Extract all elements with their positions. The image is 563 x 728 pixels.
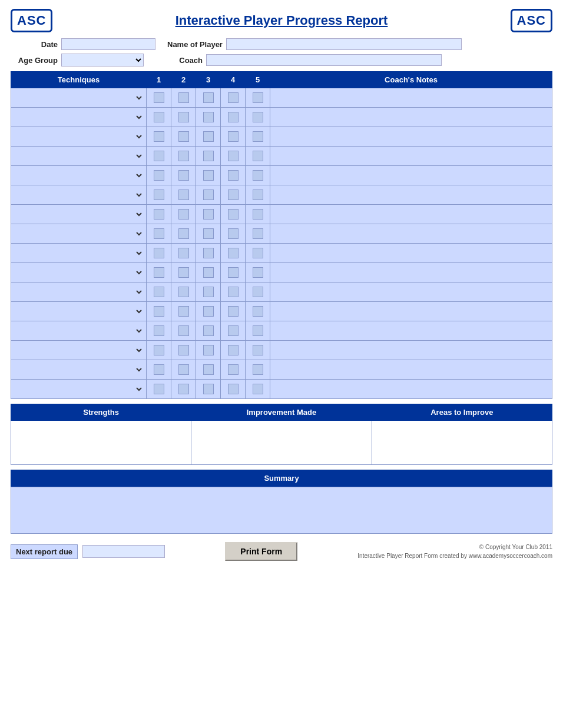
- score-checkbox-2-2[interactable]: [178, 131, 189, 142]
- notes-input-4[interactable]: [271, 167, 551, 184]
- notes-input-7[interactable]: [271, 225, 551, 242]
- technique-select-4[interactable]: [14, 167, 144, 184]
- technique-select-12[interactable]: [14, 323, 144, 339]
- score-checkbox-15-4[interactable]: [228, 384, 239, 394]
- score-checkbox-2-3[interactable]: [203, 131, 214, 142]
- score-checkbox-3-1[interactable]: [154, 151, 164, 161]
- score-checkbox-1-2[interactable]: [178, 112, 189, 122]
- notes-input-2[interactable]: [271, 128, 551, 145]
- score-checkbox-7-1[interactable]: [154, 228, 164, 239]
- coach-input[interactable]: [206, 54, 442, 66]
- score-checkbox-8-2[interactable]: [178, 248, 189, 258]
- notes-input-10[interactable]: [271, 284, 551, 300]
- next-report-input[interactable]: [82, 545, 165, 558]
- date-input[interactable]: [61, 38, 155, 50]
- score-checkbox-12-5[interactable]: [253, 325, 263, 336]
- technique-select-7[interactable]: [14, 225, 144, 242]
- notes-input-15[interactable]: [271, 381, 551, 397]
- score-checkbox-12-1[interactable]: [154, 325, 164, 336]
- score-checkbox-12-2[interactable]: [178, 325, 189, 336]
- score-checkbox-10-5[interactable]: [253, 287, 263, 297]
- notes-input-13[interactable]: [271, 342, 551, 358]
- notes-input-6[interactable]: [271, 206, 551, 222]
- score-checkbox-3-4[interactable]: [228, 151, 239, 161]
- score-checkbox-11-2[interactable]: [178, 306, 189, 317]
- technique-select-10[interactable]: [14, 284, 144, 300]
- score-checkbox-14-5[interactable]: [253, 364, 263, 375]
- technique-select-3[interactable]: [14, 148, 144, 164]
- score-checkbox-15-3[interactable]: [203, 384, 214, 394]
- notes-input-11[interactable]: [271, 303, 551, 320]
- score-checkbox-5-5[interactable]: [253, 190, 263, 200]
- strengths-textarea[interactable]: [14, 423, 188, 460]
- score-checkbox-10-2[interactable]: [178, 287, 189, 297]
- score-checkbox-11-5[interactable]: [253, 306, 263, 317]
- score-checkbox-3-2[interactable]: [178, 151, 189, 161]
- score-checkbox-0-1[interactable]: [154, 92, 164, 103]
- score-checkbox-6-5[interactable]: [253, 209, 263, 220]
- notes-input-1[interactable]: [271, 109, 551, 125]
- technique-select-0[interactable]: [14, 89, 144, 106]
- score-checkbox-0-2[interactable]: [178, 92, 189, 103]
- score-checkbox-5-4[interactable]: [228, 190, 239, 200]
- score-checkbox-14-2[interactable]: [178, 364, 189, 375]
- score-checkbox-5-3[interactable]: [203, 190, 214, 200]
- score-checkbox-4-4[interactable]: [228, 170, 239, 181]
- score-checkbox-15-5[interactable]: [253, 384, 263, 394]
- score-checkbox-10-3[interactable]: [203, 287, 214, 297]
- technique-select-1[interactable]: [14, 109, 144, 125]
- areas-textarea[interactable]: [375, 423, 549, 460]
- score-checkbox-5-1[interactable]: [154, 190, 164, 200]
- player-name-input[interactable]: [226, 38, 462, 50]
- score-checkbox-6-1[interactable]: [154, 209, 164, 220]
- score-checkbox-0-3[interactable]: [203, 92, 214, 103]
- score-checkbox-15-1[interactable]: [154, 384, 164, 394]
- technique-select-9[interactable]: [14, 264, 144, 281]
- technique-select-14[interactable]: [14, 361, 144, 378]
- score-checkbox-0-4[interactable]: [228, 92, 239, 103]
- technique-select-15[interactable]: [14, 381, 144, 397]
- score-checkbox-1-5[interactable]: [253, 112, 263, 122]
- age-group-select[interactable]: U6 U7 U8 U9 U10 U11 U12 U13 U14 U15 U16 …: [61, 54, 144, 67]
- score-checkbox-6-4[interactable]: [228, 209, 239, 220]
- notes-input-12[interactable]: [271, 323, 551, 339]
- score-checkbox-8-4[interactable]: [228, 248, 239, 258]
- score-checkbox-7-4[interactable]: [228, 228, 239, 239]
- score-checkbox-7-5[interactable]: [253, 228, 263, 239]
- score-checkbox-13-4[interactable]: [228, 345, 239, 355]
- score-checkbox-15-2[interactable]: [178, 384, 189, 394]
- score-checkbox-14-1[interactable]: [154, 364, 164, 375]
- notes-input-9[interactable]: [271, 264, 551, 281]
- score-checkbox-4-3[interactable]: [203, 170, 214, 181]
- score-checkbox-6-3[interactable]: [203, 209, 214, 220]
- score-checkbox-11-4[interactable]: [228, 306, 239, 317]
- score-checkbox-10-1[interactable]: [154, 287, 164, 297]
- score-checkbox-13-1[interactable]: [154, 345, 164, 355]
- score-checkbox-8-1[interactable]: [154, 248, 164, 258]
- score-checkbox-9-3[interactable]: [203, 267, 214, 278]
- score-checkbox-2-4[interactable]: [228, 131, 239, 142]
- notes-input-3[interactable]: [271, 148, 551, 164]
- score-checkbox-8-3[interactable]: [203, 248, 214, 258]
- score-checkbox-3-5[interactable]: [253, 151, 263, 161]
- score-checkbox-7-3[interactable]: [203, 228, 214, 239]
- score-checkbox-11-3[interactable]: [203, 306, 214, 317]
- technique-select-11[interactable]: [14, 303, 144, 320]
- score-checkbox-10-4[interactable]: [228, 287, 239, 297]
- score-checkbox-5-2[interactable]: [178, 190, 189, 200]
- score-checkbox-6-2[interactable]: [178, 209, 189, 220]
- score-checkbox-1-3[interactable]: [203, 112, 214, 122]
- score-checkbox-1-1[interactable]: [154, 112, 164, 122]
- improvement-textarea[interactable]: [194, 423, 369, 460]
- technique-select-5[interactable]: [14, 187, 144, 203]
- score-checkbox-7-2[interactable]: [178, 228, 189, 239]
- score-checkbox-8-5[interactable]: [253, 248, 263, 258]
- technique-select-8[interactable]: [14, 245, 144, 261]
- score-checkbox-14-4[interactable]: [228, 364, 239, 375]
- score-checkbox-0-5[interactable]: [253, 92, 263, 103]
- score-checkbox-11-1[interactable]: [154, 306, 164, 317]
- score-checkbox-4-5[interactable]: [253, 170, 263, 181]
- score-checkbox-9-2[interactable]: [178, 267, 189, 278]
- score-checkbox-13-2[interactable]: [178, 345, 189, 355]
- notes-input-14[interactable]: [271, 361, 551, 378]
